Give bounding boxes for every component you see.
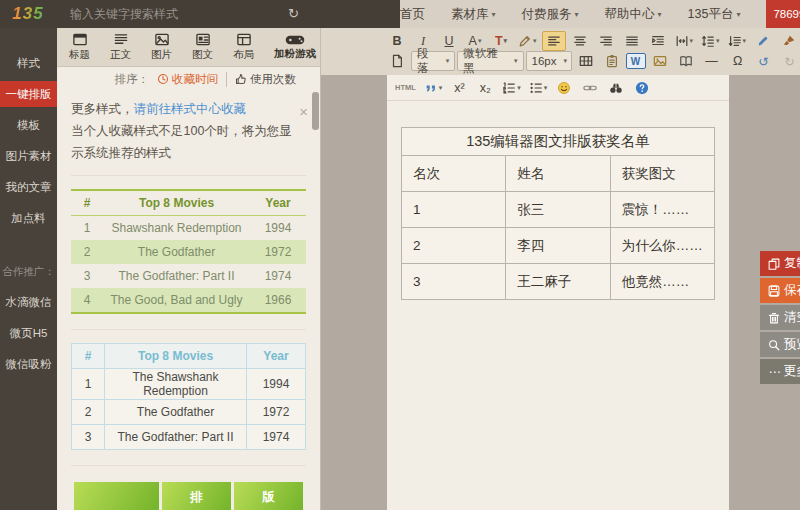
paragraph-format-select[interactable]: 段落▾ <box>411 51 455 71</box>
save-button[interactable]: 保存 <box>760 278 800 303</box>
style-center-link[interactable]: 请前往样式中心收藏 <box>134 102 247 116</box>
nav-home[interactable]: 首页 <box>400 6 425 23</box>
insert-table-icon[interactable] <box>574 51 598 71</box>
table-row: 4The Good, Bad and Ugly1966 <box>71 288 306 313</box>
html-source-icon[interactable]: HTML <box>392 78 419 98</box>
tab-image[interactable]: 图片 <box>141 32 182 62</box>
editor-page[interactable]: HTML▾x²x₂▾▾ 135编辑器图文排版获奖名单 名次姓名获奖图文 1张三震… <box>387 75 729 510</box>
template-library-icon[interactable] <box>674 51 698 71</box>
toolbar-row-3: HTML▾x²x₂▾▾ <box>387 75 729 101</box>
search-input[interactable] <box>68 6 252 22</box>
nav-paid-services[interactable]: 付费服务▾ <box>522 6 579 23</box>
sidebar-item-shuidi-weixin[interactable]: 水滴微信 <box>0 289 57 315</box>
panel-scrollbar[interactable] <box>312 92 319 492</box>
sort-option-icon <box>235 73 247 85</box>
sidebar-item-extras[interactable]: 加点料 <box>0 205 57 231</box>
more-button[interactable]: ⋯更多 <box>760 359 800 384</box>
letter-spacing-icon[interactable]: ▾ <box>672 31 697 51</box>
font-family-select[interactable]: 微软雅黑▾ <box>457 51 523 71</box>
paste-icon[interactable] <box>600 51 624 71</box>
insert-image-icon[interactable] <box>648 51 672 71</box>
line-height-icon[interactable]: ▾ <box>698 31 723 51</box>
award-table-header: 名次姓名获奖图文 <box>402 156 715 192</box>
align-right-icon[interactable] <box>594 31 618 51</box>
emoji-icon[interactable] <box>552 78 576 98</box>
account-menu[interactable]: 786992714 ▾ <box>766 0 800 28</box>
chevron-down-icon: ▾ <box>658 10 662 19</box>
chevron-down-icon: ▾ <box>563 57 567 65</box>
style-preview-blue-table[interactable]: #Top 8 MoviesYear 1The Shawshank Redempt… <box>71 330 306 466</box>
style-preview-green-grid[interactable]: 排 版 1freefree2freefree3freefree <box>71 466 306 510</box>
table-row: 2李四为什么你…… <box>402 228 715 264</box>
word-import-icon[interactable]: W <box>626 53 646 69</box>
sidebar-item-weixin-xifen[interactable]: 微信吸粉 <box>0 351 57 377</box>
table-row: 3The Godfather: Part II1974 <box>71 264 306 288</box>
unordered-list-icon[interactable]: ▾ <box>526 78 551 98</box>
sort-by-favorite-time[interactable]: 收藏时间 <box>149 72 226 87</box>
special-char-icon[interactable]: Ω <box>726 51 750 71</box>
chevron-down-icon: ▾ <box>492 10 496 19</box>
align-center-icon[interactable] <box>568 31 592 51</box>
font-size-select[interactable]: 16px▾ <box>526 51 572 71</box>
find-replace-icon[interactable] <box>604 78 628 98</box>
style-preview-green-table[interactable]: #Top 8 MoviesYear 1Shawshank Redemption1… <box>71 175 306 330</box>
indent-icon[interactable] <box>646 31 670 51</box>
nav-help-center[interactable]: 帮助中心▾ <box>605 6 662 23</box>
app-logo[interactable]: 135 <box>0 4 56 24</box>
chevron-down-icon: ▾ <box>446 57 450 65</box>
style-tabs-row: 标题正文图片图文布局 加粉游戏 <box>57 28 320 67</box>
chevron-down-icon: ▾ <box>439 84 443 92</box>
format-brush-icon[interactable] <box>777 31 800 51</box>
tab-image-text[interactable]: 图文 <box>182 32 223 62</box>
help-icon[interactable] <box>630 78 654 98</box>
align-left-icon[interactable] <box>542 31 566 51</box>
table-row: 3王二麻子他竟然…… <box>402 264 715 300</box>
sort-option-icon <box>157 73 169 85</box>
close-icon[interactable]: × <box>299 99 308 125</box>
chevron-down-icon: ▾ <box>517 84 521 92</box>
undo-icon[interactable]: ↺ <box>752 51 776 71</box>
toolbar-row-2: 段落▾微软雅黑▾16px▾W—Ω↺↻⊕ <box>385 51 800 71</box>
fan-game-button[interactable]: 加粉游戏 <box>274 33 316 61</box>
nav-135-platform[interactable]: 135平台▾ <box>688 6 741 23</box>
tab-icon <box>72 32 88 47</box>
tab-body-text[interactable]: 正文 <box>100 32 141 62</box>
clear-button[interactable]: 清空 <box>760 305 800 330</box>
nav-material-library[interactable]: 素材库▾ <box>451 6 496 23</box>
table-row: 2The Godfather1972 <box>71 240 306 264</box>
subscript-icon[interactable]: x₂ <box>473 78 497 98</box>
topbar: 135 ↻ 首页素材库▾付费服务▾帮助中心▾135平台▾ 786992714 ▾ <box>0 0 800 28</box>
copy-button[interactable]: 复制 <box>760 251 800 276</box>
horizontal-rule-icon[interactable]: — <box>700 51 724 71</box>
link-icon[interactable] <box>578 78 602 98</box>
paragraph-spacing-icon[interactable]: ▾ <box>725 31 750 51</box>
tab-icon <box>195 32 211 47</box>
highlight-pen-icon[interactable]: ▾ <box>515 31 540 51</box>
new-document-icon[interactable] <box>385 51 409 71</box>
sidebar-item-one-click-layout[interactable]: 一键排版 <box>0 81 57 107</box>
sidebar-item-templates[interactable]: 模板 <box>0 112 57 138</box>
superscript-icon[interactable]: x² <box>447 78 471 98</box>
bold-icon[interactable]: B <box>385 31 409 51</box>
sidebar-item-styles[interactable]: 样式 <box>0 50 57 76</box>
gamepad-icon <box>283 33 307 46</box>
sidebar-item-my-articles[interactable]: 我的文章 <box>0 174 57 200</box>
topbar-nav: 首页素材库▾付费服务▾帮助中心▾135平台▾ 786992714 ▾ <box>400 0 800 28</box>
sidebar-item-image-assets[interactable]: 图片素材 <box>0 143 57 169</box>
sort-by-use-count[interactable]: 使用次数 <box>226 72 304 87</box>
redo-icon[interactable]: ↻ <box>778 51 800 71</box>
document-content[interactable]: 135编辑器图文排版获奖名单 名次姓名获奖图文 1张三震惊！……2李四为什么你…… <box>387 101 729 326</box>
underline-icon[interactable]: U <box>437 31 461 51</box>
chevron-down-icon: ▾ <box>478 37 482 45</box>
format-pencil-icon[interactable] <box>751 31 775 51</box>
preview-button[interactable]: 预览 <box>760 332 800 357</box>
sidebar-item-weiye-h5[interactable]: 微页H5 <box>0 320 57 346</box>
tab-layout[interactable]: 布局 <box>223 32 264 62</box>
ordered-list-icon[interactable]: ▾ <box>499 78 524 98</box>
quote-style-icon[interactable]: ▾ <box>421 78 446 98</box>
award-table-title: 135编辑器图文排版获奖名单 <box>402 128 715 156</box>
tab-title[interactable]: 标题 <box>59 32 100 62</box>
refresh-icon[interactable]: ↻ <box>288 6 299 21</box>
chevron-down-icon: ▾ <box>690 37 694 45</box>
align-justify-icon[interactable] <box>620 31 644 51</box>
